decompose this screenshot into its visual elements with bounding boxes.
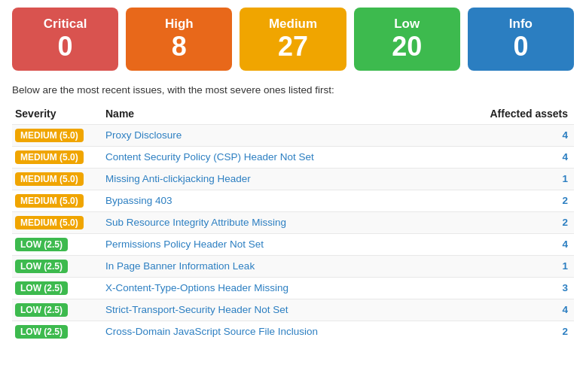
severity-cell: LOW (2.5) [12,277,102,299]
table-row: LOW (2.5) X-Content-Type-Options Header … [12,277,574,299]
issue-name-cell[interactable]: Cross-Domain JavaScript Source File Incl… [102,321,443,342]
card-label: High [133,17,224,32]
table-row: MEDIUM (5.0) Missing Anti-clickjacking H… [12,168,574,190]
issue-name-cell[interactable]: Content Security Policy (CSP) Header Not… [102,146,443,168]
severity-cell: MEDIUM (5.0) [12,124,102,146]
severity-cell: MEDIUM (5.0) [12,146,102,168]
issue-name-link[interactable]: Missing Anti-clickjacking Header [105,173,251,184]
card-label: Info [475,17,566,32]
severity-cell: LOW (2.5) [12,233,102,255]
severity-badge: MEDIUM (5.0) [15,172,84,186]
severity-cell: LOW (2.5) [12,299,102,321]
assets-cell: 1 [443,168,574,190]
issue-name-link[interactable]: Strict-Transport-Security Header Not Set [105,304,288,315]
assets-cell: 4 [443,233,574,255]
severity-cell: LOW (2.5) [12,321,102,342]
severity-cell: LOW (2.5) [12,255,102,277]
issue-name-cell[interactable]: Proxy Disclosure [102,124,443,146]
assets-cell: 2 [443,321,574,342]
assets-cell: 3 [443,277,574,299]
severity-badge: LOW (2.5) [15,281,68,295]
issue-name-link[interactable]: In Page Banner Information Leak [105,260,255,272]
card-value: 0 [20,32,111,62]
issue-name-link[interactable]: Cross-Domain JavaScript Source File Incl… [105,326,318,337]
card-medium: Medium 27 [240,8,346,71]
card-label: Critical [20,17,111,32]
table-row: LOW (2.5) In Page Banner Information Lea… [12,255,574,277]
assets-cell: 4 [443,299,574,321]
card-high: High 8 [126,8,232,71]
card-value: 20 [362,32,453,62]
issue-name-cell[interactable]: Permissions Policy Header Not Set [102,233,443,255]
issue-name-link[interactable]: Content Security Policy (CSP) Header Not… [105,151,314,163]
table-row: LOW (2.5) Cross-Domain JavaScript Source… [12,321,574,342]
table-row: MEDIUM (5.0) Sub Resource Integrity Attr… [12,211,574,233]
issue-name-cell[interactable]: Missing Anti-clickjacking Header [102,168,443,190]
severity-badge: MEDIUM (5.0) [15,194,84,208]
severity-cell: MEDIUM (5.0) [12,168,102,190]
issues-table: Severity Name Affected assets MEDIUM (5.… [12,103,574,342]
issue-name-link[interactable]: Proxy Disclosure [105,129,182,141]
assets-cell: 4 [443,124,574,146]
severity-badge: MEDIUM (5.0) [15,129,84,142]
card-value: 0 [475,32,566,62]
issue-name-link[interactable]: X-Content-Type-Options Header Missing [105,282,288,293]
assets-cell: 1 [443,255,574,277]
severity-badge: MEDIUM (5.0) [15,150,84,164]
card-value: 27 [247,32,338,62]
severity-cell: MEDIUM (5.0) [12,211,102,233]
card-critical: Critical 0 [12,8,118,71]
assets-cell: 4 [443,146,574,168]
issue-name-link[interactable]: Bypassing 403 [105,195,172,206]
severity-badge: LOW (2.5) [15,325,68,339]
card-low: Low 20 [354,8,460,71]
issue-name-cell[interactable]: X-Content-Type-Options Header Missing [102,277,443,299]
col-header-severity: Severity [12,103,102,125]
table-row: MEDIUM (5.0) Bypassing 403 2 [12,190,574,211]
assets-cell: 2 [443,190,574,211]
col-header-assets: Affected assets [443,103,574,125]
card-value: 8 [133,32,224,62]
issue-name-link[interactable]: Permissions Policy Header Not Set [105,239,264,250]
card-label: Low [362,17,453,32]
summary-cards: Critical 0 High 8 Medium 27 Low 20 Info … [12,8,574,71]
issue-name-cell[interactable]: In Page Banner Information Leak [102,255,443,277]
card-label: Medium [247,17,338,32]
severity-badge: LOW (2.5) [15,260,68,273]
issue-name-cell[interactable]: Sub Resource Integrity Attribute Missing [102,211,443,233]
severity-badge: LOW (2.5) [15,303,68,317]
description-text: Below are the most recent issues, with t… [12,84,574,96]
table-row: LOW (2.5) Permissions Policy Header Not … [12,233,574,255]
table-row: LOW (2.5) Strict-Transport-Security Head… [12,299,574,321]
assets-cell: 2 [443,211,574,233]
severity-badge: LOW (2.5) [15,238,68,251]
col-header-name: Name [102,103,443,125]
issue-name-cell[interactable]: Strict-Transport-Security Header Not Set [102,299,443,321]
issue-name-cell[interactable]: Bypassing 403 [102,190,443,211]
table-row: MEDIUM (5.0) Proxy Disclosure 4 [12,124,574,146]
card-info: Info 0 [468,8,574,71]
table-row: MEDIUM (5.0) Content Security Policy (CS… [12,146,574,168]
severity-cell: MEDIUM (5.0) [12,190,102,211]
severity-badge: MEDIUM (5.0) [15,216,84,229]
issue-name-link[interactable]: Sub Resource Integrity Attribute Missing [105,217,286,228]
